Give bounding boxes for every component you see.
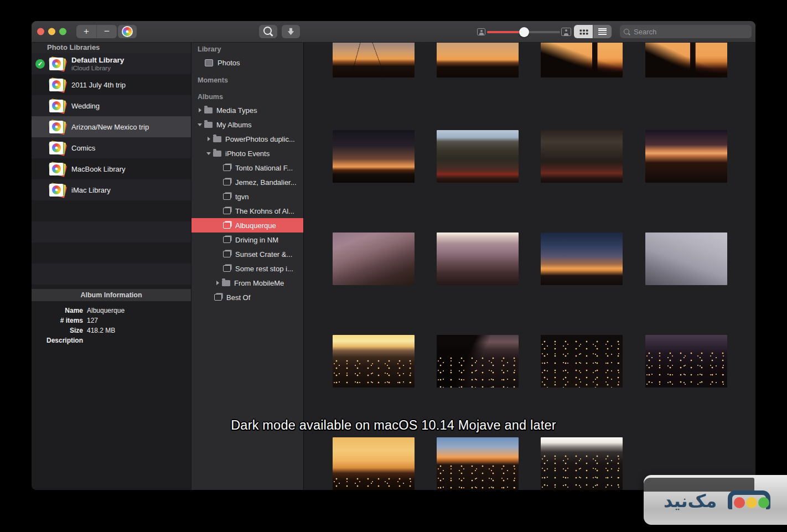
library-subtitle: iCloud Library bbox=[71, 65, 124, 71]
find-duplicates-button[interactable] bbox=[259, 25, 277, 38]
disclosure-triangle[interactable] bbox=[213, 281, 222, 285]
album-tree-item[interactable]: Driving in NM bbox=[191, 233, 303, 247]
city-lights-overlay bbox=[333, 477, 415, 490]
close-button[interactable] bbox=[37, 28, 44, 35]
folder-icon bbox=[213, 136, 221, 142]
folder-icon bbox=[222, 280, 230, 286]
city-lights-overlay bbox=[437, 356, 519, 388]
photo-thumbnail[interactable] bbox=[645, 42, 727, 78]
library-name: 2011 July 4th trip bbox=[71, 81, 126, 89]
add-library-button[interactable]: + bbox=[76, 25, 96, 38]
album-icon bbox=[214, 294, 222, 301]
empty-row bbox=[32, 200, 191, 221]
search-field[interactable] bbox=[620, 25, 752, 38]
photo-thumbnail[interactable] bbox=[541, 437, 623, 490]
city-lights-overlay bbox=[645, 351, 727, 388]
city-lights-overlay bbox=[437, 464, 519, 490]
album-tree-item[interactable]: The Krohns of Al... bbox=[191, 204, 303, 218]
album-icon bbox=[223, 265, 231, 272]
photo-thumbnail[interactable] bbox=[645, 233, 727, 285]
photo-thumbnail[interactable] bbox=[645, 130, 727, 183]
photo-thumbnail[interactable] bbox=[333, 233, 415, 285]
album-tree-item[interactable]: iPhoto Events bbox=[191, 146, 303, 161]
photo-thumbnail[interactable] bbox=[333, 42, 415, 78]
zoom-slider-track[interactable] bbox=[487, 31, 560, 33]
photos-library-icon bbox=[48, 57, 65, 71]
album-icon bbox=[223, 222, 231, 229]
library-row[interactable]: 2011 July 4th trip bbox=[32, 74, 191, 95]
photo-thumbnail[interactable] bbox=[437, 335, 519, 388]
photo-thumbnail[interactable] bbox=[541, 335, 623, 388]
city-lights-overlay bbox=[541, 454, 623, 490]
photo-thumbnail[interactable] bbox=[333, 335, 415, 388]
album-tree-item[interactable]: tgvn bbox=[191, 189, 303, 204]
library-row[interactable]: Wedding bbox=[32, 95, 191, 116]
grid-view-button[interactable] bbox=[574, 25, 593, 38]
album-tree-item[interactable]: From MobileMe bbox=[191, 276, 303, 290]
album-icon bbox=[223, 251, 231, 257]
disclosure-triangle[interactable] bbox=[195, 108, 204, 112]
album-label: Sunset Crater &... bbox=[235, 250, 292, 259]
album-label: iPhoto Events bbox=[225, 149, 270, 158]
photos-library-icon bbox=[48, 99, 65, 113]
remove-library-button[interactable]: − bbox=[96, 25, 117, 38]
photo-thumbnail[interactable] bbox=[333, 130, 415, 183]
zoom-slider-knob[interactable] bbox=[519, 27, 529, 37]
album-tree-item[interactable]: Some rest stop i... bbox=[191, 261, 303, 276]
library-name: Comics bbox=[71, 144, 95, 152]
album-tree-item[interactable]: Best Of bbox=[191, 290, 303, 304]
album-tree-item[interactable]: Sunset Crater &... bbox=[191, 247, 303, 261]
search-input[interactable] bbox=[633, 27, 748, 37]
library-row[interactable]: Comics bbox=[32, 137, 191, 158]
zoom-slider-fill bbox=[487, 31, 524, 33]
albums-section-header: Albums bbox=[191, 90, 303, 103]
album-info-value: 418.2 MB bbox=[87, 327, 115, 334]
folder-icon bbox=[204, 107, 213, 113]
photo-thumbnail[interactable] bbox=[541, 130, 623, 183]
album-tree-item[interactable]: Photos bbox=[191, 55, 303, 70]
disclosure-triangle[interactable] bbox=[204, 137, 213, 141]
photo-thumbnail[interactable] bbox=[541, 42, 623, 78]
city-lights-overlay bbox=[541, 339, 623, 388]
photo-thumbnail[interactable] bbox=[437, 42, 519, 78]
empty-row bbox=[32, 264, 191, 285]
album-tree-item[interactable]: Jemez, Bandalier... bbox=[191, 175, 303, 189]
checkmark-icon: ✓ bbox=[35, 59, 45, 69]
magnifier-icon bbox=[263, 27, 272, 35]
library-row[interactable]: Arizona/New Mexico trip bbox=[32, 116, 191, 137]
album-info-row: NameAlbuquerque bbox=[32, 307, 191, 317]
library-row[interactable]: MacBook Library bbox=[32, 158, 191, 179]
watermark-logo-text: مک‌نید bbox=[654, 490, 727, 512]
caption-text: Dark mode available on macOS 10.14 Mojav… bbox=[0, 418, 787, 433]
city-lights-overlay bbox=[333, 359, 415, 388]
photo-thumbnail[interactable] bbox=[437, 233, 519, 285]
open-in-photos-button[interactable] bbox=[118, 25, 137, 38]
album-tree-item[interactable]: Tonto National F... bbox=[191, 161, 303, 175]
album-info-label: # items bbox=[32, 317, 83, 324]
photo-thumbnail[interactable] bbox=[645, 335, 727, 388]
minimize-button[interactable] bbox=[48, 28, 55, 35]
library-add-remove-segment: + − bbox=[76, 25, 117, 38]
album-tree-item[interactable]: Media Types bbox=[191, 103, 303, 117]
library-row[interactable]: iMac Library bbox=[32, 179, 191, 200]
photo-thumbnail[interactable] bbox=[437, 130, 519, 183]
watermark: مک‌نید bbox=[644, 475, 787, 525]
photo-thumbnail[interactable] bbox=[333, 437, 415, 490]
album-label: My Albums bbox=[216, 121, 252, 129]
disclosure-triangle[interactable] bbox=[195, 123, 204, 126]
zoom-button[interactable] bbox=[59, 28, 66, 35]
album-tree-item[interactable]: My Albums bbox=[191, 117, 303, 132]
library-name: Wedding bbox=[71, 102, 100, 110]
list-view-button[interactable] bbox=[593, 25, 612, 38]
library-row[interactable]: ✓Default LibraryiCloud Library bbox=[32, 53, 191, 74]
album-tree-item[interactable]: Albuquerque bbox=[191, 218, 303, 233]
import-button[interactable] bbox=[282, 25, 300, 38]
album-label: tgvn bbox=[235, 193, 249, 201]
disclosure-triangle[interactable] bbox=[204, 152, 213, 155]
album-tree-item[interactable]: PowerPhotos duplic... bbox=[191, 132, 303, 146]
folder-icon bbox=[204, 122, 213, 128]
photo-thumbnail[interactable] bbox=[437, 437, 519, 490]
album-info-row: # items127 bbox=[32, 317, 191, 327]
photo-thumbnail[interactable] bbox=[541, 233, 623, 285]
search-icon bbox=[624, 29, 629, 34]
